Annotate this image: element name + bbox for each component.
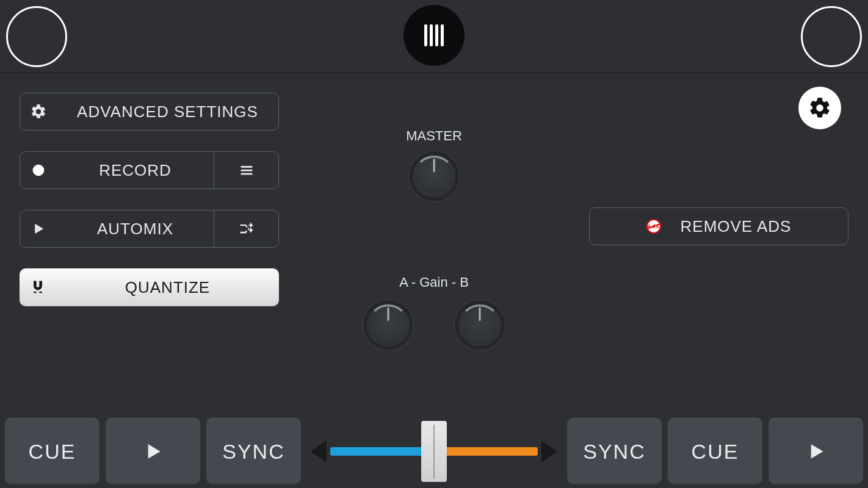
gain-b-knob[interactable] [455, 300, 505, 350]
quantize-label: QUANTIZE [56, 278, 279, 297]
crossfader-track[interactable] [330, 447, 538, 456]
svg-rect-2 [241, 170, 252, 171]
crossfader-handle[interactable] [421, 421, 447, 482]
no-ads-icon: Ads [646, 219, 661, 234]
crossfader-deck-a-fill [330, 447, 434, 456]
master-label: MASTER [406, 128, 462, 144]
gain-block: A - Gain - B [363, 274, 505, 350]
sync-a-button[interactable]: SYNC [206, 418, 301, 485]
menu-icon [238, 162, 255, 179]
shuffle-icon [238, 220, 255, 237]
automix-label: AUTOMIX [57, 220, 214, 239]
settings-button[interactable] [798, 87, 841, 129]
play-icon [30, 220, 47, 237]
advanced-settings-label: ADVANCED SETTINGS [57, 102, 278, 121]
automix-row: AUTOMIX [20, 210, 279, 248]
remove-ads-button[interactable]: Ads REMOVE ADS [589, 207, 848, 245]
crossfader-deck-b-fill [434, 447, 538, 456]
svg-rect-3 [241, 173, 252, 175]
remove-ads-label: REMOVE ADS [681, 217, 792, 236]
left-column: ADVANCED SETTINGS RECORD AUTOMIX [20, 93, 279, 306]
play-icon [141, 439, 165, 464]
play-b-button[interactable] [769, 418, 863, 485]
main-area: ADVANCED SETTINGS RECORD AUTOMIX [0, 73, 868, 415]
crossfader-zone [307, 418, 561, 485]
knob-arc [362, 299, 414, 351]
sync-a-label: SYNC [222, 440, 284, 464]
cue-b-button[interactable]: CUE [668, 418, 762, 485]
gain-a-knob[interactable] [363, 300, 413, 350]
knob-arc [454, 299, 506, 351]
svg-point-0 [33, 165, 45, 176]
quantize-button[interactable]: QUANTIZE [20, 268, 279, 306]
gain-label: A - Gain - B [363, 274, 505, 290]
cue-b-label: CUE [692, 440, 739, 464]
knob-arc [408, 150, 460, 203]
library-button[interactable] [403, 5, 465, 66]
cue-a-label: CUE [29, 440, 76, 464]
record-menu-button[interactable] [214, 162, 278, 179]
shuffle-button[interactable] [214, 220, 278, 237]
sync-b-label: SYNC [583, 440, 645, 464]
master-block: MASTER [406, 128, 462, 201]
jog-wheel-left[interactable] [6, 6, 67, 67]
cue-a-button[interactable]: CUE [5, 418, 99, 485]
transport-bar: CUE SYNC SYNC CUE [0, 415, 868, 488]
svg-rect-1 [241, 166, 252, 168]
record-button[interactable]: RECORD [20, 152, 214, 188]
advanced-settings-button[interactable]: ADVANCED SETTINGS [20, 93, 279, 131]
gear-icon [808, 96, 832, 120]
automix-button[interactable]: AUTOMIX [20, 210, 214, 247]
master-volume-knob[interactable] [409, 151, 459, 201]
sync-b-button[interactable]: SYNC [567, 418, 662, 485]
play-icon [804, 439, 828, 464]
bars-icon [424, 24, 444, 46]
record-row: RECORD [20, 151, 279, 189]
top-bar [0, 0, 868, 73]
record-label: RECORD [57, 161, 214, 180]
record-icon [30, 162, 47, 179]
play-a-button[interactable] [106, 418, 200, 485]
jog-wheel-right[interactable] [801, 6, 862, 67]
magnet-icon [29, 279, 46, 296]
crossfader-right-icon[interactable] [541, 440, 557, 462]
crossfader-left-icon[interactable] [311, 440, 327, 462]
gear-icon [30, 103, 47, 120]
